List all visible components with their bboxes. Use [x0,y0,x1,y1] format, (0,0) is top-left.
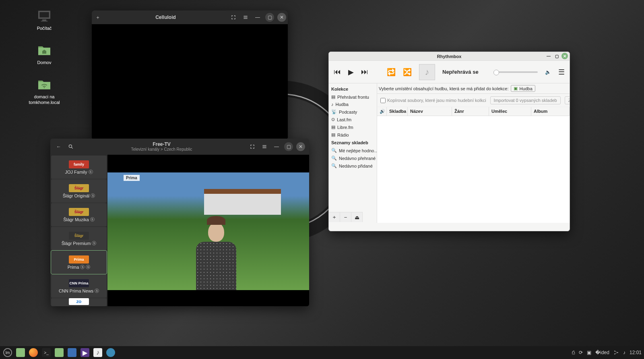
sidebar-item[interactable]: ▤Rádio [329,131,377,139]
sidebar-item[interactable]: 🔍Nedávno přidané [329,162,377,170]
badge-s-icon: S [92,241,96,245]
sidebar-item-label: Přehrávat frontu [337,95,369,100]
freetv-breadcrumb: Televizní kanály > Czech Republic [77,147,246,152]
album-art-placeholder: ♪ [419,64,435,80]
app-launcher-1[interactable] [67,347,77,358]
tray-network-icon[interactable] [613,350,619,355]
volume-slider[interactable] [493,71,538,73]
fullscreen-icon[interactable] [229,13,238,22]
volume-icon[interactable]: 🔈 [545,69,551,75]
freetv-channel-list[interactable]: family JOJ FamilySŠlágr Šlágr OriginálSŠ… [50,155,107,306]
minimize-button[interactable]: — [545,53,552,59]
tray-shield-icon[interactable]: ▣ [587,350,591,355]
tray-icon-1[interactable]: ⎙ [572,350,575,355]
video-letterbox-bottom [107,290,309,306]
app-launcher-2[interactable] [105,347,116,358]
play-button[interactable]: ▶ [348,68,354,77]
import-location-chooser[interactable]: ▣ Hudba [511,85,535,92]
minimize-button[interactable]: — [253,13,262,22]
desktop-icon-computer[interactable]: Počítač [20,8,68,31]
close-button[interactable]: ✕ [561,53,568,59]
rhythmbox-title: Rhythmbox [437,54,462,59]
media-player-launcher[interactable]: ▶ [80,347,90,358]
col-track[interactable]: Skladba [387,107,408,116]
search-icon[interactable] [66,142,75,151]
celluloid-headerbar: ＋ Celluloid — ▢ ✕ [92,10,288,24]
import-location-row: Vyberte umístění obsahující hudbu, která… [377,83,570,94]
menu-icon[interactable]: ☰ [558,68,565,77]
close-button[interactable]: ✕ [277,13,286,22]
sidebar-item-icon: ▤ [331,125,335,130]
sidebar-item[interactable]: ▤Libre.fm [329,123,377,131]
col-artist[interactable]: Umělec [489,107,531,116]
maximize-button[interactable]: ▢ [284,142,293,151]
back-button[interactable]: ← [54,142,63,151]
tray-update-icon[interactable]: ⟳ [579,350,583,355]
sidebar-item[interactable]: 🔍Nedávno přehrané [329,154,377,162]
desktop-icon-home[interactable]: Domov [20,42,68,65]
repeat-button[interactable]: 🔁 [387,68,396,77]
col-playing-icon[interactable]: 🔊 [377,107,387,116]
add-button[interactable]: ＋ [93,13,102,22]
sidebar-item-label: Hudba [336,102,349,107]
copy-files-checkbox[interactable]: Kopírovat soubory, které jsou mimo hudeb… [380,98,486,103]
desktop-icon-networkshare[interactable]: domaci na tomkhome.local [20,77,68,105]
channel-name: Prima [68,265,79,270]
channel-item[interactable]: family JOJ FamilyS [51,156,107,179]
minimize-button[interactable]: — [272,142,281,151]
firefox-launcher[interactable] [28,347,39,358]
freetv-title: Free-TV [77,141,246,147]
prev-button[interactable]: ⏮ [334,68,341,76]
rhythmbox-launcher[interactable]: ♪ [93,347,103,358]
channel-item[interactable]: CNN Prima CNN Prima NewsS [51,274,107,298]
import-close-button[interactable]: Zavřít [565,96,570,104]
sidebar-item[interactable]: ⊙Last.fm [329,116,377,123]
freetv-video-pane[interactable]: Prima [107,155,309,306]
tray-sound-icon[interactable]: ♪ [623,350,625,355]
sidebar-item-label: Nedávno přehrané [339,156,376,161]
col-title[interactable]: Název [408,107,452,116]
add-playlist-button[interactable]: ＋ [329,212,340,222]
clock[interactable]: 12:01 [630,350,642,355]
remove-playlist-button[interactable]: − [340,212,351,222]
sidebar-item[interactable]: ♪Hudba [329,101,377,108]
channel-item[interactable]: Šlágr Šlágr MuzikaS [51,203,107,226]
next-button[interactable]: ⏭ [361,68,368,76]
sidebar-item-label: Rádio [337,133,349,137]
fullscreen-icon[interactable] [248,142,257,151]
eject-button[interactable]: ⏏ [351,212,363,222]
tray-network-icon[interactable]: �ided [595,350,609,355]
menu-icon[interactable] [260,142,269,151]
sidebar-item-icon: 📡 [331,109,337,114]
channel-item[interactable]: ZO [51,298,107,306]
celluloid-video-area[interactable] [92,24,288,139]
sidebar-item[interactable]: 📡Podcasty [329,108,377,116]
desktop-icon [16,348,25,357]
start-menu-button[interactable]: lm [2,347,13,358]
channel-item[interactable]: Šlágr Šlágr OriginálS [51,179,107,203]
show-desktop-button[interactable] [15,347,26,358]
menu-icon[interactable] [241,13,250,22]
copy-files-checkbox-input[interactable] [380,98,386,103]
badge-s-icon: S [90,217,95,222]
folder-home-icon [36,42,52,58]
shuffle-button[interactable]: 🔀 [403,68,412,77]
channel-item[interactable]: Prima PrimaSG [51,251,107,274]
sidebar-item[interactable]: ▤Přehrávat frontu [329,93,377,101]
import-options-row: Kopírovat soubory, které jsou mimo hudeb… [377,94,570,107]
terminal-launcher[interactable]: >_ [41,347,52,358]
track-list[interactable] [377,116,570,223]
desktop-icon-label: Počítač [37,26,52,31]
sidebar-item[interactable]: 🔍Mé nejlépe hodno… [329,147,377,154]
import-button[interactable]: Importovat 0 vypsaných skladeb [490,96,561,104]
maximize-button[interactable]: ▢ [553,53,560,59]
channel-logo: family [69,160,89,168]
channel-item[interactable]: Šlágr Šlágr PremiumS [51,227,107,250]
col-album[interactable]: Album [531,107,570,116]
sidebar-item-label: Podcasty [339,110,357,114]
close-button[interactable]: ✕ [296,142,305,151]
maximize-button[interactable]: ▢ [265,13,274,22]
files-launcher[interactable] [54,347,64,358]
import-location-prompt: Vyberte umístění obsahující hudbu, která… [379,86,508,91]
col-genre[interactable]: Žánr [452,107,489,116]
